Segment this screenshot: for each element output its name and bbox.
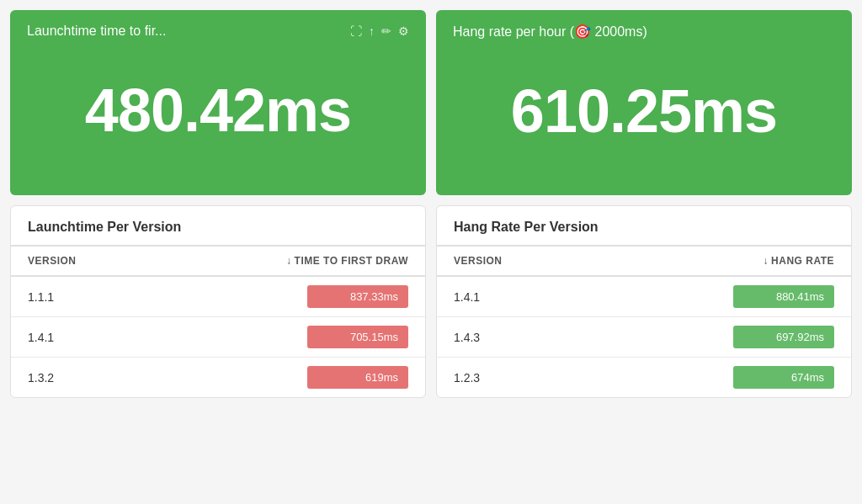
- launchtime-card-header: Launchtime time to fir... ⛶ ↑ ✏ ⚙: [27, 24, 409, 39]
- sort-arrow-icon: ↓: [764, 255, 769, 267]
- hangrate-table: VERSION ↓HANG RATE 1.4.1 880.41ms 1.4.3: [437, 245, 851, 397]
- value-cell: 837.33ms: [154, 276, 425, 317]
- bar-container: 880.41ms: [610, 285, 834, 308]
- bar-container: 674ms: [610, 366, 834, 389]
- version-cell: 1.4.3: [437, 317, 593, 358]
- table-row: 1.2.3 674ms: [437, 358, 851, 398]
- version-cell: 1.1.1: [11, 276, 154, 317]
- launchtime-col-draw: ↓TIME TO FIRST DRAW: [154, 246, 425, 276]
- hangrate-table-card: Hang Rate Per Version VERSION ↓HANG RATE…: [436, 205, 852, 398]
- launchtime-table: VERSION ↓TIME TO FIRST DRAW 1.1.1 837.33…: [11, 245, 425, 397]
- dashboard: Launchtime time to fir... ⛶ ↑ ✏ ⚙ 480.42…: [10, 10, 852, 398]
- version-cell: 1.3.2: [11, 358, 154, 398]
- table-row: 1.1.1 837.33ms: [11, 276, 425, 317]
- table-row: 1.4.1 880.41ms: [437, 276, 851, 317]
- value-cell: 705.15ms: [154, 317, 425, 358]
- bar-container: 619ms: [171, 366, 408, 389]
- bar-container: 697.92ms: [610, 326, 834, 348]
- value-bar: 837.33ms: [307, 285, 408, 308]
- value-bar: 880.41ms: [733, 285, 834, 308]
- hangrate-table-body: 1.4.1 880.41ms 1.4.3 697.92ms 1.2.3 674m…: [437, 276, 851, 397]
- version-cell: 1.4.1: [11, 317, 154, 358]
- table-row: 1.3.2 619ms: [11, 358, 425, 398]
- launchtime-card-icons: ⛶ ↑ ✏ ⚙: [350, 24, 409, 38]
- table-row: 1.4.3 697.92ms: [437, 317, 851, 358]
- value-bar: 705.15ms: [307, 326, 408, 348]
- hangrate-value: 610.25ms: [453, 40, 835, 182]
- value-cell: 697.92ms: [593, 317, 851, 358]
- hangrate-card-title: Hang rate per hour (🎯 2000ms): [453, 24, 647, 40]
- hangrate-table-header-row: VERSION ↓HANG RATE: [437, 246, 851, 276]
- table-row: 1.4.1 705.15ms: [11, 317, 425, 358]
- value-bar: 697.92ms: [733, 326, 834, 348]
- value-cell: 674ms: [593, 358, 851, 398]
- value-cell: 880.41ms: [593, 276, 851, 317]
- edit-icon[interactable]: ✏: [381, 24, 391, 38]
- value-bar: 674ms: [733, 366, 834, 389]
- expand-icon[interactable]: ⛶: [350, 24, 362, 38]
- target-icon: 🎯: [574, 24, 591, 39]
- value-cell: 619ms: [154, 358, 425, 398]
- launchtime-card-title: Launchtime time to fir...: [27, 24, 350, 39]
- version-cell: 1.2.3: [437, 358, 593, 398]
- launchtime-table-header-row: VERSION ↓TIME TO FIRST DRAW: [11, 246, 425, 276]
- launchtime-table-card: Launchtime Per Version VERSION ↓TIME TO …: [10, 205, 426, 398]
- launchtime-metric-card: Launchtime time to fir... ⛶ ↑ ✏ ⚙ 480.42…: [10, 10, 426, 195]
- settings-icon[interactable]: ⚙: [398, 24, 409, 38]
- launchtime-value: 480.42ms: [27, 39, 409, 182]
- hangrate-col-rate: ↓HANG RATE: [593, 246, 851, 276]
- version-cell: 1.4.1: [437, 276, 593, 317]
- sort-arrow-icon: ↓: [286, 255, 292, 267]
- bar-container: 837.33ms: [171, 285, 408, 308]
- hangrate-metric-card: Hang rate per hour (🎯 2000ms) 610.25ms: [436, 10, 852, 195]
- share-icon[interactable]: ↑: [369, 24, 375, 38]
- bar-container: 705.15ms: [171, 326, 408, 348]
- value-bar: 619ms: [307, 366, 408, 389]
- launchtime-col-version: VERSION: [11, 246, 154, 276]
- hangrate-card-header: Hang rate per hour (🎯 2000ms): [453, 24, 835, 40]
- hangrate-table-title: Hang Rate Per Version: [437, 206, 851, 245]
- launchtime-table-body: 1.1.1 837.33ms 1.4.1 705.15ms 1.3.2 619m…: [11, 276, 425, 397]
- hangrate-col-version: VERSION: [437, 246, 593, 276]
- launchtime-table-title: Launchtime Per Version: [11, 206, 425, 245]
